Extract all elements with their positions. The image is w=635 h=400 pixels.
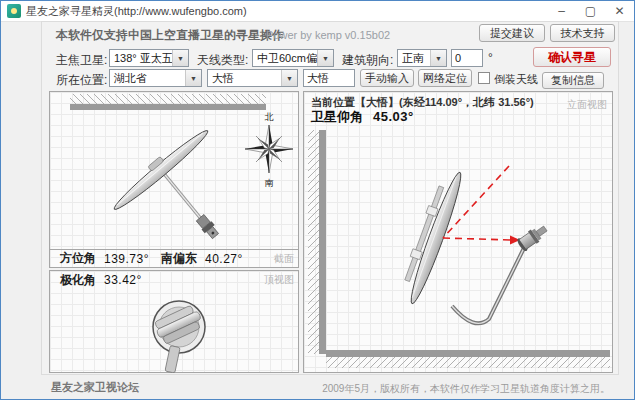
elevation-readout: 卫星仰角45.03°	[311, 108, 414, 126]
dish-side-view-drawing	[304, 126, 612, 372]
copyright-text: 2009年5月，版权所有，本软件仅作学习卫星轨道角度计算之用。	[322, 382, 610, 396]
dish-reflector-top	[107, 122, 211, 213]
app-window: 星友之家寻星精灵(http://www.wufengbo.com) – ▢ ✕ …	[0, 0, 635, 400]
lnb-front-view-drawing	[50, 289, 298, 373]
powered-by-text: Power by kemp v0.15b02	[266, 29, 390, 41]
orientation-select[interactable]: 正南 ▼	[397, 49, 447, 67]
window-title: 星友之家寻星精灵(http://www.wufengbo.com)	[26, 4, 247, 19]
feed-arm	[452, 246, 525, 323]
compass-icon: 北 南	[245, 112, 293, 188]
tech-support-button[interactable]: 技术支持	[550, 24, 615, 42]
close-button[interactable]: ✕	[605, 1, 634, 21]
copy-info-button[interactable]: 复制信息	[542, 72, 604, 89]
orientation-offset-input[interactable]	[451, 49, 483, 67]
province-selected-value: 湖北省	[110, 71, 185, 86]
city-search-input[interactable]	[303, 69, 355, 87]
submit-suggestion-button[interactable]: 提交建议	[479, 24, 545, 42]
chevron-down-icon[interactable]: ▼	[281, 70, 297, 86]
wall-hatch	[308, 130, 319, 354]
elevation-view-tag: 立面视图	[567, 98, 607, 112]
polarization-panel: 极化角 33.42° 顶视图	[49, 270, 299, 373]
azimuth-label: 方位角	[60, 250, 96, 267]
elevation-panel: 当前位置【大悟】(东经114.09°，北纬 31.56°) 卫星仰角45.03°…	[303, 91, 613, 373]
polarization-label: 极化角	[60, 272, 96, 289]
province-select[interactable]: 湖北省 ▼	[109, 69, 202, 87]
forum-link: 星友之家卫视论坛	[51, 380, 139, 395]
title-bar: 星友之家寻星精灵(http://www.wufengbo.com) – ▢ ✕	[1, 1, 634, 22]
azimuth-readout-row: 方位角 139.73° 南偏东 40.27° 截面	[50, 249, 298, 267]
notice-text: 本软件仅支持中国上空直播卫星的寻星操作	[56, 27, 284, 44]
location-label: 所在位置:	[56, 72, 107, 89]
signal-reflected-dash	[443, 238, 512, 240]
confirm-search-button[interactable]: 确认寻星	[533, 47, 611, 67]
floor-hatch	[326, 357, 610, 368]
maximize-button[interactable]: ▢	[576, 1, 605, 21]
city-selected-value: 大悟	[208, 71, 281, 86]
antenna-type-select[interactable]: 中卫60cm偏馈 ▼	[252, 49, 334, 67]
chevron-down-icon[interactable]: ▼	[430, 50, 446, 66]
plan-view-tag: 截面	[274, 252, 294, 266]
azimuth-plan-panel: 北 南 方位角 139.73° 南偏东 40.27° 截面	[49, 91, 299, 268]
floor-bar	[326, 350, 610, 357]
app-icon	[7, 4, 21, 18]
manual-input-button[interactable]: 手动输入	[360, 69, 414, 87]
orientation-label: 建筑朝向:	[342, 52, 393, 69]
invert-antenna-label: 倒装天线	[494, 72, 538, 87]
polarization-readout-row: 极化角 33.42° 顶视图	[50, 271, 298, 289]
satellite-select[interactable]: 138° 亚太五号 ▼	[109, 49, 189, 67]
polarization-value: 33.42°	[104, 273, 142, 287]
polarization-view-tag: 顶视图	[264, 273, 294, 287]
orientation-selected-value: 正南	[398, 51, 430, 66]
city-select[interactable]: 大悟 ▼	[207, 69, 298, 87]
dish-reflector-side	[395, 166, 466, 306]
wall-bar	[70, 104, 266, 110]
antenna-selected-value: 中卫60cm偏馈	[253, 51, 317, 66]
compass-south-label: 南	[265, 178, 274, 188]
compass-north-label: 北	[265, 112, 274, 122]
azimuth-direction-value: 40.27°	[205, 252, 243, 266]
antenna-type-label: 天线类型:	[197, 52, 248, 69]
chevron-down-icon[interactable]: ▼	[317, 50, 333, 66]
azimuth-value: 139.73°	[104, 252, 149, 266]
wall-hatch	[70, 94, 266, 104]
dish-top-view-drawing: 北 南	[50, 92, 298, 249]
azimuth-direction-label: 南偏东	[161, 250, 197, 267]
chevron-down-icon[interactable]: ▼	[172, 50, 188, 66]
lnb-side	[516, 222, 550, 252]
network-locate-button[interactable]: 网络定位	[418, 69, 472, 87]
elevation-value: 45.03°	[373, 109, 414, 124]
degree-sign: °	[488, 51, 493, 65]
invert-antenna-checkbox[interactable]	[478, 72, 490, 84]
wall-bar	[319, 130, 326, 354]
elevation-label: 卫星仰角	[311, 109, 363, 124]
minimize-button[interactable]: –	[547, 1, 576, 21]
chevron-down-icon[interactable]: ▼	[185, 70, 201, 86]
satellite-selected-value: 138° 亚太五号	[110, 51, 172, 66]
satellite-label: 主焦卫星:	[56, 52, 107, 69]
